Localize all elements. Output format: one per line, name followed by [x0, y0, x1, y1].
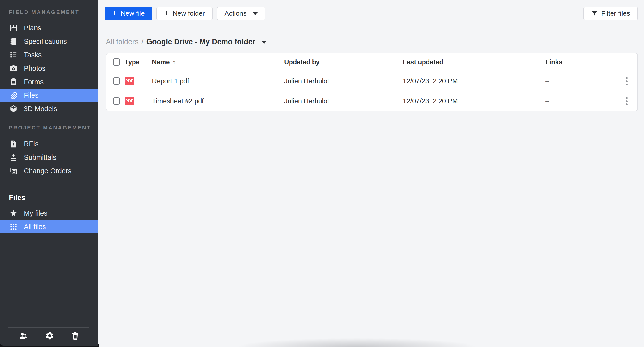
- breadcrumb: All folders / Google Drive - My Demo fol…: [106, 38, 644, 46]
- chevron-down-icon: [252, 12, 258, 15]
- main-content: + New file + New folder Actions Filter f…: [98, 0, 644, 347]
- sidebar-item-files[interactable]: Files: [0, 89, 98, 102]
- sidebar-nav-project-management: RFIs Submittals Change Orde: [0, 137, 98, 178]
- filter-funnel-icon: [591, 10, 598, 17]
- sidebar-nav-files: My files All files: [0, 206, 98, 233]
- sidebar-item-label: Submittals: [24, 154, 56, 161]
- sidebar-item-label: Files: [24, 92, 38, 99]
- tasks-icon: [9, 50, 18, 60]
- stamp-icon: [9, 153, 18, 162]
- sidebar-item-label: Plans: [24, 24, 41, 32]
- select-all-checkbox[interactable]: [113, 59, 120, 66]
- row-checkbox[interactable]: [113, 98, 120, 105]
- file-name[interactable]: Timesheet #2.pdf: [152, 97, 284, 105]
- new-folder-label: New folder: [173, 10, 205, 17]
- pdf-file-icon: PDF: [125, 77, 134, 85]
- file-type-cell: PDF: [125, 77, 152, 85]
- column-header-last-updated[interactable]: Last updated: [403, 59, 546, 66]
- last-updated: 12/07/23, 2:20 PM: [403, 97, 546, 105]
- links-value: –: [546, 77, 616, 85]
- filter-files-button[interactable]: Filter files: [584, 7, 638, 21]
- sidebar-item-3d-models[interactable]: 3D Models: [0, 102, 98, 116]
- clipboard-icon: [9, 77, 18, 86]
- sidebar-item-label: Specifications: [24, 38, 67, 46]
- actions-button[interactable]: Actions: [217, 7, 266, 21]
- filter-files-label: Filter files: [601, 10, 630, 17]
- sidebar-item-label: My files: [24, 209, 47, 217]
- table-row[interactable]: PDF Report 1.pdf Julien Herbulot 12/07/2…: [106, 71, 637, 91]
- sidebar-item-my-files[interactable]: My files: [0, 206, 98, 220]
- sidebar-item-specifications[interactable]: Specifications: [0, 35, 98, 48]
- column-header-updated-by[interactable]: Updated by: [284, 59, 403, 66]
- actions-label: Actions: [224, 10, 247, 17]
- breadcrumb-separator: /: [142, 38, 144, 46]
- column-header-links[interactable]: Links: [546, 59, 616, 66]
- specifications-icon: [9, 37, 18, 46]
- star-icon: [9, 209, 18, 218]
- row-checkbox-cell: [106, 78, 125, 85]
- sidebar-item-label: Tasks: [24, 51, 42, 59]
- sidebar-item-label: Change Orders: [24, 167, 72, 175]
- chevron-down-icon: [262, 41, 266, 44]
- column-header-name-label: Name: [152, 59, 170, 66]
- row-menu-kebab-icon[interactable]: [622, 94, 632, 108]
- links-value: –: [546, 97, 616, 105]
- sidebar-item-label: Forms: [24, 78, 44, 86]
- section-header-project-management: PROJECT MANAGEMENT: [0, 116, 98, 137]
- breadcrumb-current-label: Google Drive - My Demo folder: [146, 38, 256, 46]
- gear-icon[interactable]: [44, 331, 54, 341]
- file-type-cell: PDF: [125, 97, 152, 105]
- updated-by: Julien Herbulot: [284, 97, 403, 105]
- sort-ascending-icon: ↑: [173, 59, 176, 66]
- sidebar-item-label: Photos: [24, 65, 46, 73]
- sidebar-footer: [0, 327, 98, 345]
- sidebar-item-label: All files: [24, 223, 46, 231]
- header-checkbox-cell: [106, 59, 125, 66]
- sidebar-item-rfis[interactable]: RFIs: [0, 137, 98, 151]
- row-menu-kebab-icon[interactable]: [622, 74, 632, 88]
- table-row[interactable]: PDF Timesheet #2.pdf Julien Herbulot 12/…: [106, 91, 637, 111]
- sidebar-item-all-files[interactable]: All files: [0, 220, 98, 233]
- trash-icon[interactable]: [70, 331, 80, 341]
- cube-icon: [9, 104, 18, 113]
- sidebar-item-label: 3D Models: [24, 105, 57, 113]
- sidebar-item-forms[interactable]: Forms: [0, 75, 98, 89]
- plans-icon: [9, 23, 18, 33]
- new-file-label: New file: [121, 10, 145, 17]
- sidebar-nav-field-management: Plans Specifications Tasks: [0, 21, 98, 116]
- column-header-name[interactable]: Name ↑: [152, 59, 284, 66]
- sidebar-item-change-orders[interactable]: Change Orders: [0, 164, 98, 178]
- camera-icon: [9, 64, 18, 73]
- sidebar-item-plans[interactable]: Plans: [0, 21, 98, 35]
- updated-by: Julien Herbulot: [284, 77, 403, 85]
- document-info-icon: [9, 139, 18, 148]
- users-icon[interactable]: [18, 331, 28, 341]
- breadcrumb-current-folder[interactable]: Google Drive - My Demo folder: [146, 38, 266, 46]
- file-table: Type Name ↑ Updated by Last updated Link…: [106, 53, 638, 111]
- table-header-row: Type Name ↑ Updated by Last updated Link…: [106, 54, 637, 71]
- last-updated: 12/07/23, 2:20 PM: [403, 77, 546, 85]
- sidebar-item-photos[interactable]: Photos: [0, 62, 98, 75]
- change-orders-icon: [9, 166, 18, 175]
- toolbar: + New file + New folder Actions Filter f…: [98, 0, 644, 28]
- sidebar-item-submittals[interactable]: Submittals: [0, 151, 98, 164]
- files-group-header: Files: [0, 185, 98, 206]
- grid-dots-icon: [9, 222, 18, 231]
- pdf-file-icon: PDF: [125, 97, 134, 105]
- column-header-type[interactable]: Type: [125, 59, 152, 66]
- row-checkbox-cell: [106, 98, 125, 105]
- breadcrumb-all-folders[interactable]: All folders: [106, 38, 138, 46]
- row-checkbox[interactable]: [113, 78, 120, 85]
- file-name[interactable]: Report 1.pdf: [152, 77, 284, 85]
- paperclip-icon: [9, 91, 18, 100]
- plus-icon: +: [164, 9, 169, 18]
- bottom-edge-shadow: [212, 337, 514, 347]
- new-folder-button[interactable]: + New folder: [156, 7, 212, 21]
- sidebar: FIELD MANAGEMENT Plans Specifications: [0, 0, 98, 345]
- section-header-field-management: FIELD MANAGEMENT: [0, 0, 98, 21]
- plus-icon: +: [112, 9, 117, 18]
- new-file-button[interactable]: + New file: [105, 7, 152, 21]
- sidebar-item-tasks[interactable]: Tasks: [0, 48, 98, 62]
- sidebar-item-label: RFIs: [24, 140, 38, 148]
